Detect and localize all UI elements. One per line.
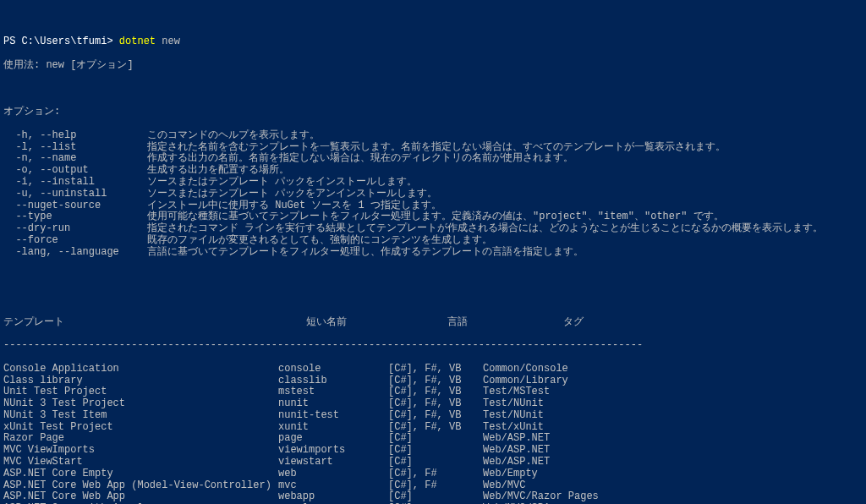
- option-flag: -n, --name: [3, 153, 147, 165]
- command: dotnet: [119, 36, 156, 47]
- table-row: MVC ViewStartviewstart[C#]Web/ASP.NET: [3, 457, 863, 468]
- template-lang: [C#], F#, VB: [388, 386, 483, 398]
- option-desc: ソースまたはテンプレート パックをインストールします。: [147, 177, 417, 189]
- option-row: --force既存のファイルが変更されるとしても、強制的にコンテンツを生成します…: [3, 235, 863, 247]
- option-flag: --nuget-source: [3, 200, 147, 212]
- template-short: webapp: [278, 491, 388, 503]
- table-row: Unit Test Projectmstest[C#], F#, VBTest/…: [3, 386, 863, 398]
- table-row: Razor Pagepage[C#]Web/ASP.NET: [3, 433, 863, 445]
- header-short: 短い名前: [306, 317, 447, 329]
- usage-line: 使用法: new [オプション]: [3, 60, 863, 72]
- option-flag: -h, --help: [3, 130, 147, 142]
- header-template: テンプレート: [3, 317, 306, 329]
- ps-prefix: PS C:\Users\tfumi>: [3, 36, 113, 47]
- template-name: xUnit Test Project: [3, 422, 278, 434]
- template-name: ASP.NET Core Web App: [3, 491, 278, 503]
- template-lang: [C#], F#: [388, 480, 483, 492]
- template-short: viewimports: [278, 445, 388, 457]
- template-tags: Web/MVC: [483, 480, 525, 492]
- template-short: classlib: [278, 375, 388, 387]
- option-row: -u, --uninstallソースまたはテンプレート パックをアンインストール…: [3, 189, 863, 200]
- template-lang: [C#]: [388, 445, 483, 457]
- template-name: Class library: [3, 375, 278, 387]
- options-header: オプション:: [3, 107, 863, 118]
- option-desc: 既存のファイルが変更されるとしても、強制的にコンテンツを生成します。: [147, 235, 492, 247]
- template-name: ASP.NET Core Empty: [3, 468, 278, 480]
- option-desc: 生成する出力を配置する場所。: [147, 165, 289, 177]
- option-flag: -i, --install: [3, 177, 147, 189]
- table-row: xUnit Test Projectxunit[C#], F#, VBTest/…: [3, 422, 863, 434]
- template-name: ASP.NET Core Web App (Model-View-Control…: [3, 480, 278, 492]
- table-row: Console Applicationconsole[C#], F#, VBCo…: [3, 364, 863, 375]
- template-name: MVC ViewStart: [3, 457, 278, 468]
- table-header: テンプレート短い名前言語タグ: [3, 317, 863, 329]
- option-desc: このコマンドのヘルプを表示します。: [147, 130, 320, 142]
- option-flag: -o, --output: [3, 165, 147, 177]
- option-row: -n, --name作成する出力の名前。名前を指定しない場合は、現在のディレクト…: [3, 153, 863, 165]
- template-lang: [C#], F#, VB: [388, 375, 483, 387]
- option-desc: 指定されたコマンド ラインを実行する結果としてテンプレートが作成される場合には、…: [147, 223, 823, 235]
- table-row: NUnit 3 Test Itemnunit-test[C#], F#, VBT…: [3, 410, 863, 422]
- template-short: viewstart: [278, 457, 388, 468]
- template-short: nunit: [278, 398, 388, 410]
- template-name: Unit Test Project: [3, 386, 278, 398]
- option-flag: -lang, --language: [3, 247, 147, 259]
- template-lang: [C#]: [388, 457, 483, 468]
- template-short: nunit-test: [278, 410, 388, 422]
- template-name: NUnit 3 Test Project: [3, 398, 278, 410]
- template-tags: Web/Empty: [483, 468, 538, 480]
- template-name: Console Application: [3, 364, 278, 375]
- template-tags: Test/NUnit: [483, 410, 544, 422]
- template-tags: Test/MSTest: [483, 386, 550, 398]
- option-row: -lang, --language言語に基づいてテンプレートをフィルター処理し、…: [3, 247, 863, 259]
- template-lang: [C#], F#, VB: [388, 364, 483, 375]
- option-row: -i, --installソースまたはテンプレート パックをインストールします。: [3, 177, 863, 189]
- table-row: Class libraryclasslib[C#], F#, VBCommon/…: [3, 375, 863, 387]
- table-separator: ----------------------------------------…: [3, 340, 863, 352]
- template-tags: Test/NUnit: [483, 398, 544, 410]
- template-short: console: [278, 364, 388, 375]
- template-name: Razor Page: [3, 433, 278, 445]
- templates-list: Console Applicationconsole[C#], F#, VBCo…: [3, 364, 863, 504]
- option-desc: 言語に基づいてテンプレートをフィルター処理し、作成するテンプレートの言語を指定し…: [147, 247, 584, 259]
- template-short: xunit: [278, 422, 388, 434]
- template-name: MVC ViewImports: [3, 445, 278, 457]
- option-row: -o, --output生成する出力を配置する場所。: [3, 165, 863, 177]
- option-row: -h, --helpこのコマンドのヘルプを表示します。: [3, 130, 863, 142]
- template-lang: [C#]: [388, 491, 483, 503]
- template-tags: Web/ASP.NET: [483, 457, 550, 468]
- template-lang: [C#], F#, VB: [388, 398, 483, 410]
- table-row: NUnit 3 Test Projectnunit[C#], F#, VBTes…: [3, 398, 863, 410]
- command-arg: new: [162, 36, 180, 47]
- template-lang: [C#]: [388, 433, 483, 445]
- template-tags: Web/ASP.NET: [483, 445, 550, 457]
- template-tags: Web/ASP.NET: [483, 433, 550, 445]
- options-list: -h, --helpこのコマンドのヘルプを表示します。 -l, --list指定…: [3, 130, 863, 259]
- table-row: ASP.NET Core Web Appwebapp[C#]Web/MVC/Ra…: [3, 491, 863, 503]
- table-row: ASP.NET Core Web App (Model-View-Control…: [3, 480, 863, 492]
- template-lang: [C#], F#, VB: [388, 422, 483, 434]
- option-flag: --force: [3, 235, 147, 247]
- template-tags: Web/MVC/Razor Pages: [483, 491, 599, 503]
- template-tags: Common/Console: [483, 364, 568, 375]
- template-short: web: [278, 468, 388, 480]
- option-flag: -u, --uninstall: [3, 189, 147, 200]
- template-tags: Test/xUnit: [483, 422, 544, 434]
- template-short: page: [278, 433, 388, 445]
- header-lang: 言語: [447, 317, 563, 329]
- option-desc: 作成する出力の名前。名前を指定しない場合は、現在のディレクトリの名前が使用されま…: [147, 153, 573, 165]
- option-row: --dry-run指定されたコマンド ラインを実行する結果としてテンプレートが作…: [3, 223, 863, 235]
- option-flag: --dry-run: [3, 223, 147, 235]
- prompt-line: PS C:\Users\tfumi> dotnet new: [3, 36, 863, 48]
- template-short: mvc: [278, 480, 388, 492]
- template-name: NUnit 3 Test Item: [3, 410, 278, 422]
- table-row: MVC ViewImportsviewimports[C#]Web/ASP.NE…: [3, 445, 863, 457]
- template-tags: Common/Library: [483, 375, 568, 387]
- template-lang: [C#], F#, VB: [388, 410, 483, 422]
- option-desc: ソースまたはテンプレート パックをアンインストールします。: [147, 189, 437, 200]
- option-flag: --type: [3, 211, 147, 223]
- table-row: ASP.NET Core Emptyweb[C#], F#Web/Empty: [3, 468, 863, 480]
- template-short: mstest: [278, 386, 388, 398]
- template-lang: [C#], F#: [388, 468, 483, 480]
- option-flag: -l, --list: [3, 142, 147, 154]
